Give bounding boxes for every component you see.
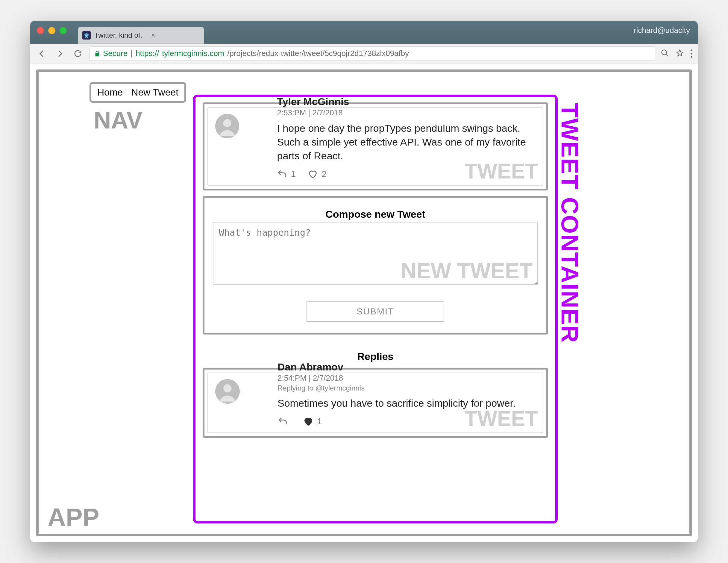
close-window-button[interactable] (37, 27, 44, 34)
nav-home-link[interactable]: Home (97, 87, 123, 98)
url-prefix: https:// (136, 49, 159, 58)
minimize-window-button[interactable] (48, 27, 55, 34)
nav-box: Home New Tweet (90, 82, 186, 103)
tweet-card: Tyler McGinnis 2:53:PM | 2/7/2018 I hope… (203, 102, 548, 190)
reply-count: 1 (291, 169, 296, 179)
avatar (215, 114, 239, 138)
app-frame: APP Home New Tweet NAV TWEET CONTAINER (36, 69, 692, 536)
window-controls (37, 27, 67, 34)
react-favicon-icon (82, 31, 91, 40)
browser-profile-label[interactable]: richard@udacity (634, 26, 690, 35)
avatar (215, 379, 240, 404)
page-viewport: APP Home New Tweet NAV TWEET CONTAINER (30, 63, 698, 542)
nav-new-tweet-link[interactable]: New Tweet (131, 87, 178, 98)
replying-to: Replying to @tylermcginnis (277, 384, 516, 392)
browser-toolbar: Secure | https://tylermcginnis.com/proje… (30, 44, 698, 63)
tweet-text: I hope one day the propTypes pendulum sw… (277, 122, 536, 163)
zoom-icon[interactable] (661, 49, 669, 58)
browser-tab[interactable]: Twitter, kind of. × (78, 27, 204, 44)
tweet-meta: 2:53:PM | 2/7/2018 (277, 108, 536, 117)
maximize-window-button[interactable] (60, 27, 67, 34)
secure-label: Secure (103, 49, 128, 58)
tweet-annotation: TWEET (465, 407, 538, 431)
browser-menu-icon[interactable] (691, 49, 692, 58)
tab-close-icon[interactable]: × (151, 31, 155, 39)
replies-title: Replies (195, 351, 555, 362)
bookmark-star-icon[interactable] (676, 49, 684, 58)
like-count: 2 (321, 169, 327, 179)
svg-point-4 (662, 50, 667, 54)
reply-button[interactable]: 1 (277, 169, 296, 179)
compose-textarea[interactable] (213, 222, 538, 285)
compose-title: Compose new Tweet (213, 208, 538, 220)
submit-button[interactable]: SUBMIT (307, 301, 444, 322)
tab-title: Twitter, kind of. (94, 31, 142, 40)
nav-annotation: NAV (94, 107, 142, 134)
tweet-annotation: TWEET (465, 159, 538, 183)
reply-card: Dan Abramov 2:54:PM | 2/7/2018 Replying … (203, 368, 548, 438)
svg-point-8 (223, 384, 231, 392)
browser-window: Twitter, kind of. × richard@udacity Secu… (30, 21, 698, 542)
url-host: tylermcginnis.com (162, 49, 224, 58)
tweet-container-annotation: TWEET CONTAINER (556, 103, 583, 343)
like-button[interactable]: 1 (303, 416, 322, 427)
address-bar[interactable]: Secure | https://tylermcginnis.com/proje… (90, 46, 655, 61)
svg-point-3 (86, 35, 87, 36)
url-path: /projects/redux-twitter/tweet/5c9qojr2d1… (227, 49, 409, 58)
svg-point-6 (223, 119, 231, 127)
compose-card: Compose new Tweet NEW TWEET SUBMIT (203, 196, 548, 335)
forward-button[interactable] (54, 47, 66, 60)
tweet-container: TWEET CONTAINER Tyler McGinnis 2:53:PM |… (193, 95, 558, 523)
window-titlebar: Twitter, kind of. × richard@udacity (30, 21, 698, 44)
like-count: 1 (317, 416, 322, 427)
secure-lock-icon: Secure (94, 49, 128, 58)
tweet-author: Tyler McGinnis (277, 96, 536, 107)
reply-author: Dan Abramov (277, 361, 516, 373)
like-button[interactable]: 2 (308, 169, 327, 179)
toolbar-end (661, 49, 692, 58)
reply-button[interactable] (277, 416, 291, 427)
app-annotation: APP (48, 503, 99, 532)
reload-button[interactable] (72, 47, 84, 60)
reply-meta: 2:54:PM | 2/7/2018 (277, 374, 516, 383)
back-button[interactable] (36, 47, 48, 60)
